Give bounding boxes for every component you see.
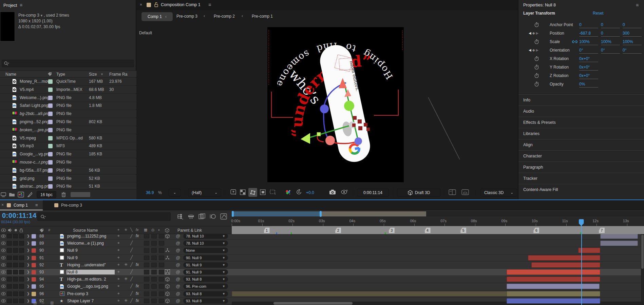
interpret-footage-icon[interactable]: [1, 192, 7, 197]
pan-behind-icon[interactable]: ⌖: [117, 291, 120, 296]
transform-value[interactable]: 0x+0°: [579, 73, 598, 79]
layer-label-swatch[interactable]: [32, 263, 36, 267]
guides-options-icon[interactable]: [269, 189, 276, 195]
label-color-swatch[interactable]: [48, 103, 53, 108]
layer-switch-box[interactable]: [7, 299, 12, 303]
composition-marker[interactable]: 7: [599, 228, 605, 233]
view-label[interactable]: Default: [139, 31, 152, 35]
stopwatch-icon[interactable]: [534, 56, 539, 61]
pan-behind-column-icon[interactable]: ⌖: [117, 228, 119, 232]
composition-marker[interactable]: 3: [389, 228, 395, 233]
layer-switch-box[interactable]: [19, 234, 24, 239]
file-name[interactable]: V5.mp4: [20, 87, 34, 92]
layer-duration-bar[interactable]: [507, 284, 600, 289]
layer-expand-arrow[interactable]: ❯: [27, 270, 30, 274]
label-color-swatch[interactable]: [48, 79, 53, 84]
properties-menu-icon[interactable]: ≡: [636, 2, 639, 8]
composition-marker[interactable]: 2: [335, 228, 341, 233]
quality-icon[interactable]: ╱: [130, 269, 133, 274]
quality-column-icon[interactable]: ╲: [130, 228, 133, 232]
project-file-row[interactable]: Money_R....movQuickTime167 MB23.976: [0, 78, 136, 85]
layer-switch-box[interactable]: [13, 248, 18, 253]
layer-switch-box[interactable]: [13, 291, 18, 296]
frame-blend-column-icon[interactable]: ▦: [144, 228, 147, 232]
parent-link-dropdown[interactable]: 93. Null 8▼: [183, 291, 228, 297]
layer-duration-bar[interactable]: [531, 262, 600, 268]
parent-pickwhip-icon[interactable]: @: [176, 262, 180, 267]
layer-switch-well[interactable]: [159, 241, 164, 246]
transform-value[interactable]: 0: [601, 22, 620, 28]
layer-switch-well[interactable]: [159, 277, 164, 282]
stopwatch-icon[interactable]: [534, 81, 539, 87]
layer-source-name[interactable]: Pre-comp 3: [67, 291, 115, 296]
parent-link-dropdown[interactable]: None▼: [183, 248, 228, 253]
composition-flowchart-icon[interactable]: [177, 214, 184, 220]
timeline-layer-row-94[interactable]: ❯94THigh-pa...m editors. 2⌖✳╱@93. Null 8…: [0, 276, 644, 283]
quality-icon[interactable]: ╱: [130, 234, 133, 238]
layer-expand-arrow[interactable]: ❯: [27, 263, 30, 267]
layer-label-swatch[interactable]: [32, 284, 36, 289]
effects-fx-icon[interactable]: fx: [136, 284, 139, 288]
label-color-swatch[interactable]: [48, 168, 53, 173]
layer-switch-well[interactable]: [151, 248, 157, 253]
quality-icon[interactable]: ╱: [130, 248, 133, 252]
transform-value[interactable]: 0: [579, 22, 598, 28]
timeline-layer-row-90[interactable]: ❯90Null 9⌖╱@None▼: [0, 247, 644, 254]
parent-tree-icon[interactable]: [165, 248, 170, 252]
effects-column-icon[interactable]: fx: [136, 228, 139, 232]
project-info-dropdown-icon[interactable]: ▼: [39, 14, 44, 17]
transform-value[interactable]: 0%: [579, 82, 598, 88]
sort-descending-icon[interactable]: ▼: [100, 73, 103, 76]
layer-source-name[interactable]: Null 9: [67, 248, 115, 253]
stopwatch-icon[interactable]: [534, 39, 539, 44]
parent-pickwhip-icon[interactable]: @: [176, 269, 180, 274]
navigator-handle-right[interactable]: [320, 211, 322, 217]
layer-visibility-eye-icon[interactable]: [1, 299, 6, 303]
project-settings-icon[interactable]: [27, 192, 33, 197]
parent-link-dropdown[interactable]: 91. Null 9▼: [183, 262, 228, 268]
file-name[interactable]: pngimg...52.png: [20, 119, 49, 124]
parent-link-dropdown[interactable]: 93. Null 8▼: [183, 298, 228, 304]
layer-switch-well[interactable]: [159, 255, 164, 260]
layer-switch-well[interactable]: [144, 263, 149, 267]
transform-value[interactable]: 0°: [623, 48, 642, 54]
label-column-icon[interactable]: [48, 72, 52, 76]
layer-source-name[interactable]: Welcome...e (1).png: [67, 241, 115, 246]
layer-switch-well[interactable]: [144, 277, 149, 282]
transparency-grid-icon[interactable]: [240, 189, 246, 195]
layer-visibility-eye-icon[interactable]: [1, 278, 6, 281]
file-name[interactable]: Safari Light.png: [20, 103, 48, 108]
label-color-swatch[interactable]: [48, 176, 53, 181]
layer-switch-well[interactable]: [159, 270, 164, 274]
parent-pickwhip-icon[interactable]: @: [176, 255, 180, 260]
layer-number-column[interactable]: #: [48, 228, 50, 232]
transform-value[interactable]: 100%: [623, 39, 642, 45]
layer-switch-box[interactable]: [13, 299, 18, 303]
layer-source-name[interactable]: High-pa...m editors. 2: [67, 277, 115, 282]
fast-previews-icon[interactable]: [230, 189, 236, 195]
layer-transform-section-label[interactable]: Layer Transform: [523, 11, 555, 16]
layer-duration-bar[interactable]: [528, 255, 600, 261]
renderer-dropdown[interactable]: Classic 3D⌄: [480, 189, 517, 196]
layer-duration-bar[interactable]: [600, 234, 638, 239]
stopwatch-icon[interactable]: [534, 22, 539, 27]
breadcrumb-precomp1[interactable]: Pre-comp 1: [252, 14, 273, 19]
panel-item-audio[interactable]: Audio: [518, 106, 644, 117]
close-tab-icon[interactable]: ×: [140, 2, 142, 7]
adjustment-icon[interactable]: ✳: [124, 277, 128, 281]
exposure-value[interactable]: +0.0: [306, 190, 314, 195]
project-column-type[interactable]: Type: [56, 72, 65, 77]
transform-value[interactable]: 100%: [579, 39, 598, 45]
bit-depth-button[interactable]: 16 bpc: [37, 191, 56, 198]
parent-link-dropdown[interactable]: 91. Null 9▼: [183, 269, 228, 275]
breadcrumb-precomp2[interactable]: Pre-comp 2: [214, 14, 235, 19]
layer-source-name[interactable]: pngimg....112252.png: [67, 234, 115, 239]
file-name[interactable]: Welcome...).png: [20, 95, 49, 100]
stopwatch-icon[interactable]: [534, 64, 539, 70]
project-file-row[interactable]: mouse-c...r.pngPNG file: [0, 158, 136, 166]
pan-behind-icon[interactable]: ⌖: [117, 241, 120, 245]
effects-fx-icon[interactable]: fx: [136, 262, 139, 267]
trash-icon[interactable]: [61, 192, 66, 197]
timeline-search-input[interactable]: [37, 212, 171, 221]
project-file-row[interactable]: broken_...pre.pngPNG file: [0, 126, 136, 134]
